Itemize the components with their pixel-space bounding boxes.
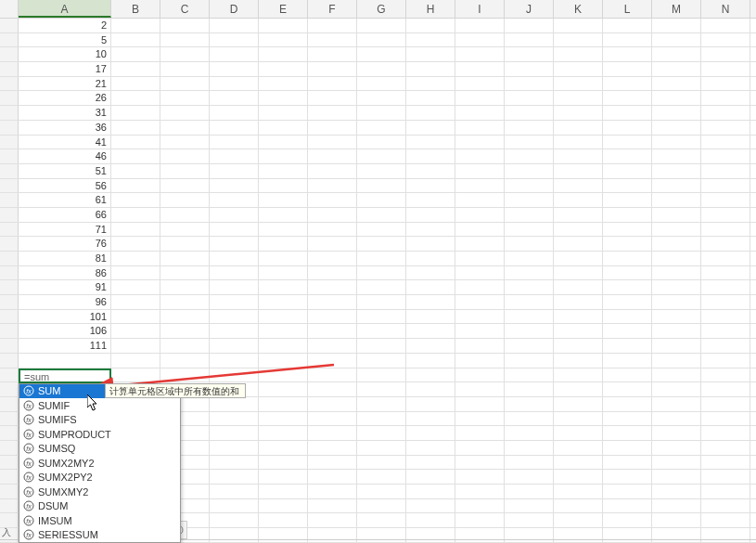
cell[interactable] <box>505 266 554 280</box>
cell[interactable] <box>210 237 259 251</box>
cell[interactable] <box>455 280 505 294</box>
cell[interactable] <box>210 106 259 120</box>
cell[interactable] <box>603 19 652 32</box>
cell[interactable] <box>455 91 505 105</box>
cell[interactable] <box>505 179 554 193</box>
cell[interactable] <box>259 237 308 251</box>
cell[interactable] <box>406 149 455 163</box>
row-header[interactable] <box>0 237 19 251</box>
cell[interactable] <box>357 208 406 222</box>
cell[interactable] <box>259 456 308 470</box>
cell[interactable] <box>455 121 505 135</box>
cell[interactable] <box>505 354 554 368</box>
cell[interactable] <box>210 91 259 105</box>
cell[interactable] <box>357 397 406 411</box>
cell[interactable] <box>455 382 505 396</box>
cell[interactable] <box>160 33 210 47</box>
column-header-L[interactable]: L <box>603 0 652 18</box>
cell[interactable] <box>554 106 603 120</box>
cell[interactable] <box>259 252 308 265</box>
cell[interactable]: 31 <box>19 106 111 120</box>
row-header[interactable] <box>0 354 19 368</box>
column-header-F[interactable]: F <box>308 0 357 18</box>
cell[interactable] <box>554 310 603 324</box>
cell[interactable]: 91 <box>19 280 111 294</box>
cell[interactable] <box>554 19 603 32</box>
cell[interactable] <box>210 456 259 470</box>
row-header[interactable] <box>0 19 19 32</box>
row-header[interactable] <box>0 33 19 47</box>
cell[interactable] <box>210 280 259 294</box>
cell[interactable] <box>259 62 308 76</box>
cell[interactable] <box>160 295 210 309</box>
cell[interactable] <box>160 179 210 193</box>
cell[interactable] <box>111 47 160 61</box>
cell[interactable] <box>603 295 652 309</box>
cell[interactable] <box>603 266 652 280</box>
cell[interactable] <box>701 397 750 411</box>
cell[interactable] <box>455 456 505 470</box>
cell[interactable] <box>652 513 701 527</box>
cell[interactable] <box>210 19 259 32</box>
cell[interactable] <box>259 136 308 149</box>
cell[interactable] <box>455 310 505 324</box>
cell[interactable] <box>603 47 652 61</box>
cell[interactable] <box>652 252 701 265</box>
cell[interactable] <box>357 91 406 105</box>
cell[interactable] <box>406 252 455 265</box>
cell[interactable] <box>455 412 505 426</box>
cell[interactable] <box>505 47 554 61</box>
cell[interactable] <box>111 149 160 163</box>
cell[interactable] <box>111 324 160 338</box>
cell[interactable] <box>308 485 357 498</box>
cell[interactable] <box>111 252 160 265</box>
cell[interactable] <box>308 441 357 455</box>
cell[interactable] <box>210 513 259 527</box>
cell[interactable] <box>259 47 308 61</box>
cell[interactable] <box>701 149 750 163</box>
cell[interactable] <box>701 485 750 498</box>
cell[interactable] <box>603 412 652 426</box>
cell[interactable] <box>357 354 406 368</box>
cell[interactable] <box>554 223 603 237</box>
cell[interactable] <box>210 47 259 61</box>
cell[interactable] <box>111 164 160 178</box>
cell[interactable] <box>701 412 750 426</box>
cell[interactable] <box>111 354 160 368</box>
cell[interactable] <box>160 237 210 251</box>
cell[interactable] <box>357 470 406 484</box>
cell[interactable]: 36 <box>19 121 111 135</box>
cell[interactable] <box>505 106 554 120</box>
cell[interactable] <box>259 223 308 237</box>
cell[interactable] <box>652 121 701 135</box>
cell[interactable] <box>603 513 652 527</box>
cell[interactable] <box>111 339 160 353</box>
cell[interactable] <box>505 397 554 411</box>
cell[interactable] <box>357 339 406 353</box>
cell[interactable] <box>652 266 701 280</box>
cell[interactable] <box>357 164 406 178</box>
cell[interactable] <box>652 339 701 353</box>
cell[interactable] <box>160 310 210 324</box>
cell[interactable] <box>308 339 357 353</box>
row-header[interactable] <box>0 499 19 513</box>
column-header-M[interactable]: M <box>652 0 701 18</box>
row-header[interactable] <box>0 456 19 470</box>
cell[interactable] <box>259 77 308 91</box>
cell[interactable] <box>603 91 652 105</box>
cell[interactable] <box>603 33 652 47</box>
cell[interactable]: 26 <box>19 91 111 105</box>
cell[interactable] <box>210 136 259 149</box>
cell[interactable] <box>357 223 406 237</box>
cell[interactable] <box>160 77 210 91</box>
cell[interactable] <box>160 106 210 120</box>
cell[interactable] <box>701 223 750 237</box>
cell[interactable] <box>308 33 357 47</box>
cell[interactable] <box>160 280 210 294</box>
cell[interactable] <box>357 324 406 338</box>
cell[interactable] <box>160 121 210 135</box>
cell[interactable] <box>406 77 455 91</box>
cell[interactable] <box>455 164 505 178</box>
cell[interactable] <box>357 266 406 280</box>
cell[interactable] <box>259 33 308 47</box>
